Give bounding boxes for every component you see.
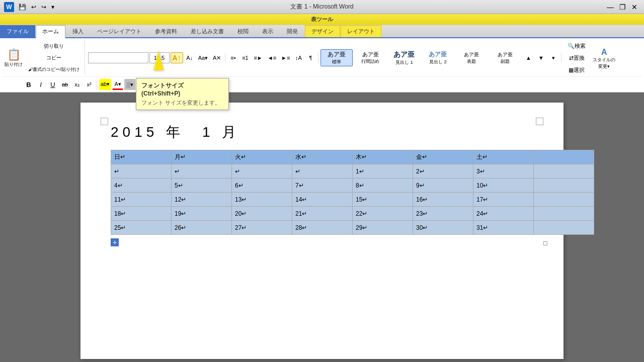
sort-button[interactable]: ↕A bbox=[293, 52, 304, 63]
cell-w4-sun[interactable]: 18↵ bbox=[111, 207, 172, 221]
bullets-button[interactable]: ≡• bbox=[227, 52, 238, 63]
tab-insert[interactable]: 挿入 bbox=[66, 25, 90, 37]
cell-w2-sat[interactable]: 10↵ bbox=[473, 178, 534, 193]
cell-w2-thu[interactable]: 8↵ bbox=[353, 178, 413, 193]
tab-layout[interactable]: レイアウト bbox=[341, 25, 381, 37]
cell-w1-thu[interactable]: 1↵ bbox=[353, 164, 413, 178]
cell-w2-fri[interactable]: 9↵ bbox=[413, 178, 473, 193]
cell-w3-wed[interactable]: 14↵ bbox=[292, 193, 353, 207]
format-copy-button[interactable]: 🖌 書式のコピー/貼り付け bbox=[26, 64, 82, 75]
paste-big-button[interactable]: 📋 貼り付け bbox=[2, 47, 25, 69]
cell-w4-sat[interactable]: 24↵ bbox=[473, 207, 534, 221]
replace-button[interactable]: ⇄ 置換 bbox=[566, 52, 588, 63]
cut-button[interactable]: 切り取り bbox=[26, 41, 82, 52]
styles-scroll-up[interactable]: ▲ bbox=[523, 52, 534, 63]
superscript-button[interactable]: x² bbox=[84, 79, 95, 90]
cell-w3-sun[interactable]: 11↵ bbox=[111, 193, 172, 207]
shading-button[interactable]: ░▾ bbox=[124, 79, 135, 90]
cell-w1-extra bbox=[534, 164, 594, 178]
cell-w2-wed[interactable]: 7↵ bbox=[292, 178, 353, 193]
style-standard[interactable]: あア亜 標準 bbox=[320, 49, 353, 66]
subscript-button[interactable]: x₂ bbox=[71, 79, 83, 90]
style-compact[interactable]: あア亜 行間詰め bbox=[354, 49, 386, 66]
cell-w2-mon[interactable]: 5↵ bbox=[172, 178, 232, 193]
tab-review[interactable]: 校閲 bbox=[231, 25, 255, 37]
cell-w1-wed[interactable]: ↵ bbox=[292, 164, 353, 178]
cell-w4-wed[interactable]: 21↵ bbox=[292, 207, 353, 221]
numbering-button[interactable]: ≡1 bbox=[239, 52, 251, 63]
cell-w4-mon[interactable]: 19↵ bbox=[172, 207, 232, 221]
style-heading2[interactable]: あア亜 見出し 2 bbox=[422, 49, 454, 66]
tab-developer[interactable]: 開発 bbox=[280, 25, 304, 37]
grow-font-button[interactable]: A↑ bbox=[171, 52, 183, 63]
styles-more[interactable]: ▾ bbox=[548, 52, 559, 63]
text-effects-button[interactable]: A bbox=[599, 47, 610, 58]
cell-w1-mon[interactable]: ↵ bbox=[172, 164, 232, 178]
cell-w3-mon[interactable]: 12↵ bbox=[172, 193, 232, 207]
cell-w1-tue[interactable]: ↵ bbox=[232, 164, 292, 178]
tab-mailings[interactable]: 差し込み文書 bbox=[184, 25, 230, 37]
paste-label: 貼り付け bbox=[5, 61, 23, 68]
document-page: 2015 年 1 月 ✛ 日↵ 月↵ 火↵ 水↵ 木↵ 金↵ 土↵ bbox=[80, 103, 564, 359]
cell-w4-tue[interactable]: 20↵ bbox=[232, 207, 292, 221]
cell-w4-fri[interactable]: 23↵ bbox=[413, 207, 473, 221]
tab-home[interactable]: ホーム bbox=[36, 25, 65, 38]
multilevel-button[interactable]: ≡► bbox=[252, 52, 264, 63]
style-heading1[interactable]: あア亜 見出し 1 bbox=[388, 49, 420, 66]
clear-format-button[interactable]: A✕ bbox=[211, 52, 223, 63]
highlight-button[interactable]: ab▾ bbox=[99, 79, 111, 90]
italic-button[interactable]: I bbox=[35, 79, 46, 90]
table-move-handle[interactable]: ✛ bbox=[111, 238, 119, 246]
cell-w5-mon[interactable]: 26↵ bbox=[172, 221, 232, 235]
strikethrough-button[interactable]: ab bbox=[59, 79, 70, 90]
cell-w5-sun[interactable]: 25↵ bbox=[111, 221, 172, 235]
quick-access-arrow[interactable]: ▾ bbox=[50, 3, 56, 12]
undo-quick-btn[interactable]: ↩ bbox=[30, 3, 38, 12]
shrink-font-button[interactable]: A↓ bbox=[184, 52, 195, 63]
cell-w5-wed[interactable]: 28↵ bbox=[292, 221, 353, 235]
cell-w4-thu[interactable]: 22↵ bbox=[353, 207, 413, 221]
cell-w5-tue[interactable]: 27↵ bbox=[232, 221, 292, 235]
dec-indent-button[interactable]: ◄≡ bbox=[266, 52, 278, 63]
cell-w3-fri[interactable]: 16↵ bbox=[413, 193, 473, 207]
cell-w1-sun[interactable]: ↵ bbox=[111, 164, 172, 178]
style-subtitle[interactable]: あア亜 副題 bbox=[489, 49, 521, 66]
tab-design[interactable]: デザイン bbox=[305, 25, 340, 37]
select-button[interactable]: ▦ 選択 bbox=[566, 64, 588, 75]
cell-w5-thu[interactable]: 29↵ bbox=[353, 221, 413, 235]
styles-scroll-down[interactable]: ▼ bbox=[535, 52, 546, 63]
change-case-button[interactable]: Aa▾ bbox=[196, 52, 210, 63]
cell-w1-sat[interactable]: 3↵ bbox=[473, 164, 534, 178]
cell-w5-sat[interactable]: 31↵ bbox=[473, 221, 534, 235]
marks-button[interactable]: ¶ bbox=[305, 52, 316, 63]
cell-w1-fri[interactable]: 2↵ bbox=[413, 164, 473, 178]
tab-pagelayout[interactable]: ページレイアウト bbox=[91, 25, 148, 37]
underline-button[interactable]: U bbox=[47, 79, 58, 90]
close-btn[interactable]: ✕ bbox=[629, 2, 640, 12]
copy-button[interactable]: コピー bbox=[26, 52, 82, 63]
page-corner-marker-right bbox=[536, 118, 543, 125]
font-color-button[interactable]: A▾ bbox=[112, 79, 123, 90]
cell-w3-thu[interactable]: 15↵ bbox=[353, 193, 413, 207]
find-button[interactable]: 🔍 検索 bbox=[566, 40, 588, 51]
cell-w2-tue[interactable]: 6↵ bbox=[232, 178, 292, 193]
cell-w2-sun[interactable]: 4↵ bbox=[111, 178, 172, 193]
cell-w3-sat[interactable]: 17↵ bbox=[473, 193, 534, 207]
tab-references[interactable]: 参考資料 bbox=[148, 25, 184, 37]
cell-w5-fri[interactable]: 30↵ bbox=[413, 221, 473, 235]
maximize-btn[interactable]: ❐ bbox=[617, 2, 628, 12]
change-styles-button[interactable]: スタイルの変更▾ bbox=[591, 58, 617, 69]
window-title: 文書 1 - Microsoft Word bbox=[290, 3, 353, 11]
cell-w3-tue[interactable]: 13↵ bbox=[232, 193, 292, 207]
bold-button[interactable]: B bbox=[23, 79, 34, 90]
redo-quick-btn[interactable]: ↪ bbox=[40, 3, 48, 12]
tab-view[interactable]: 表示 bbox=[256, 25, 280, 37]
document-area[interactable]: 2015 年 1 月 ✛ 日↵ 月↵ 火↵ 水↵ 木↵ 金↵ 土↵ bbox=[0, 93, 644, 362]
inc-indent-button[interactable]: ►≡ bbox=[279, 52, 292, 63]
cell-w3-extra bbox=[534, 193, 594, 207]
save-quick-btn[interactable]: 💾 bbox=[17, 3, 28, 12]
minimize-btn[interactable]: — bbox=[605, 2, 616, 12]
style-title[interactable]: あア亜 表題 bbox=[455, 49, 488, 66]
font-name-input[interactable] bbox=[88, 52, 148, 63]
tab-file[interactable]: ファイル bbox=[0, 25, 35, 37]
